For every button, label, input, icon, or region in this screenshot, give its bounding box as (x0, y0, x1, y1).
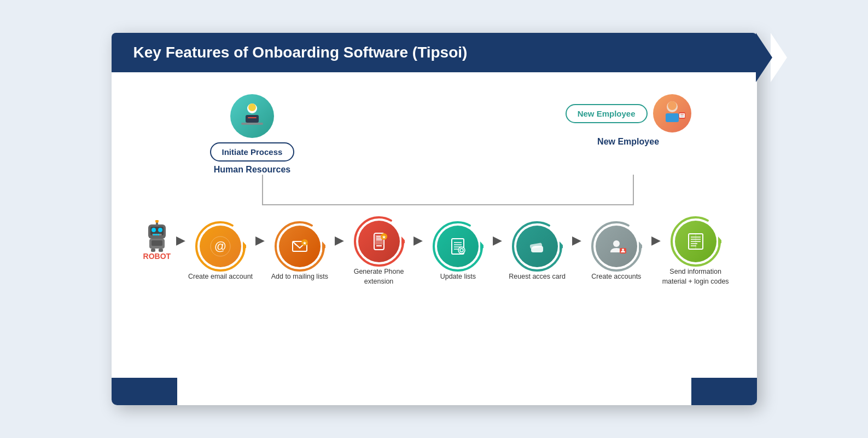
svg-point-61 (613, 240, 620, 247)
svg-text:★: ★ (382, 234, 386, 240)
svg-point-22 (155, 220, 159, 223)
arrow-6: ▶ (651, 233, 661, 247)
svg-text:★: ★ (302, 240, 307, 246)
process-step-3: ★ Generate Phone extension (345, 216, 413, 286)
step-7-circle (675, 221, 716, 262)
arrow-3: ▶ (413, 233, 423, 247)
svg-rect-3 (248, 117, 257, 118)
process-step-6: Create accounts (582, 221, 650, 282)
new-employee-badge: New Employee (566, 104, 648, 123)
svg-rect-7 (666, 113, 679, 122)
svg-rect-4 (241, 123, 263, 125)
slide-container: Key Features of Onboarding Software (Tip… (112, 33, 757, 405)
step-2-circle: ★ (279, 226, 321, 267)
svg-rect-19 (155, 234, 157, 235)
hr-label: Human Resources (214, 165, 291, 175)
step-6-label: Create accounts (591, 272, 641, 282)
svg-rect-2 (246, 115, 259, 123)
svg-rect-24 (152, 240, 162, 246)
arrow-1: ▶ (255, 233, 265, 247)
circle-wrap-5 (511, 221, 563, 272)
process-step-5: Reuest acces card (503, 221, 571, 282)
new-employee-group: New Employee (566, 94, 691, 147)
arrow-5: ▶ (572, 233, 581, 247)
svg-text:@: @ (214, 239, 226, 253)
process-flow: ROBOT ▶ @ (139, 210, 730, 292)
circle-wrap-7 (670, 216, 721, 267)
step-3-label: Generate Phone extension (345, 267, 413, 286)
step-1-label: Create email account (188, 272, 253, 282)
svg-point-6 (668, 101, 677, 110)
new-employee-label: New Employee (597, 137, 659, 147)
new-employee-avatar (653, 94, 691, 132)
svg-point-16 (158, 228, 162, 232)
svg-point-63 (622, 249, 624, 251)
step-3-circle: ★ (358, 221, 400, 262)
svg-rect-20 (158, 234, 159, 235)
step-4-label: Update lists (440, 272, 476, 282)
svg-rect-18 (153, 234, 155, 235)
process-step-7: Send information material + login codes (662, 216, 730, 286)
arrow-0: ▶ (176, 233, 185, 247)
step-4-circle (437, 226, 479, 267)
circle-wrap-1: @ (195, 221, 246, 272)
connector-lines (155, 175, 713, 205)
svg-point-54 (458, 247, 465, 253)
bottom-left-deco (112, 378, 177, 405)
arrow-4: ▶ (493, 233, 502, 247)
circle-wrap-4 (432, 221, 483, 272)
bottom-right-deco (691, 378, 757, 405)
step-2-label: Add to mailing lists (271, 272, 328, 282)
step-5-circle (516, 226, 558, 267)
svg-point-1 (248, 103, 256, 111)
new-emp-top: New Employee (566, 94, 691, 132)
process-step-1: @ Create email account (187, 221, 254, 282)
circle-wrap-2: ★ (274, 221, 325, 272)
step-1-circle: @ (200, 226, 241, 267)
header-banner: Key Features of Onboarding Software (Tip… (112, 33, 757, 72)
initiate-process-badge: Initiate Process (210, 142, 295, 162)
bottom-deco (112, 378, 757, 405)
svg-point-15 (152, 228, 156, 232)
hr-group: Initiate Process Human Resources (210, 94, 295, 175)
circle-wrap-6 (591, 221, 642, 272)
process-step-2: ★ Add to mailing lists (266, 221, 334, 282)
step-5-label: Reuest acces card (509, 272, 566, 282)
robot-container: ROBOT (139, 220, 176, 261)
arrow-2: ▶ (335, 233, 344, 247)
process-step-4: Update lists (424, 221, 492, 282)
content-area: Initiate Process Human Resources New Emp… (112, 72, 757, 303)
hr-avatar (230, 94, 274, 138)
circle-wrap-3: ★ (353, 216, 405, 267)
step-7-label: Send information material + login codes (662, 267, 730, 286)
step-6-circle (596, 226, 637, 267)
header-title: Key Features of Onboarding Software (Tip… (133, 44, 468, 61)
robot-label: ROBOT (143, 252, 171, 261)
